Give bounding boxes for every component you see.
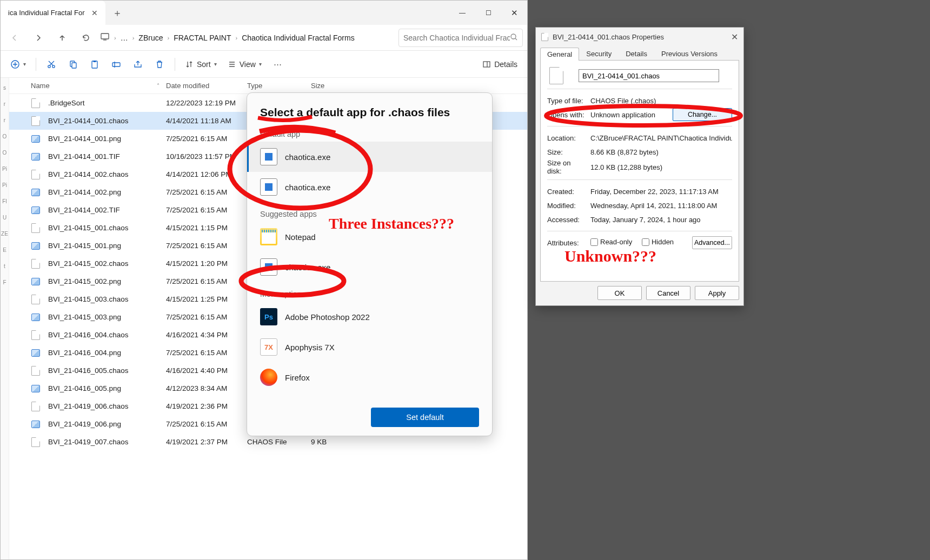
app-icon: [260, 178, 277, 196]
readonly-checkbox[interactable]: Read-only: [590, 238, 632, 246]
tab-general[interactable]: General: [540, 48, 579, 61]
search-box[interactable]: [398, 29, 523, 47]
search-input[interactable]: [403, 34, 510, 42]
toolbar: ▾ Sort▾ View▾ ⋯ Details: [1, 51, 527, 78]
diskspace-value: 12.0 KB (12,288 bytes): [590, 163, 732, 171]
app-firefox[interactable]: Firefox: [247, 362, 492, 392]
apply-button[interactable]: Apply: [695, 286, 739, 300]
col-name[interactable]: Name: [31, 82, 50, 90]
view-button[interactable]: View▾: [223, 55, 266, 74]
file-date: 4/15/2021 1:15 PM: [166, 224, 247, 232]
app-chaotica-1[interactable]: chaotica.exe: [247, 142, 492, 172]
column-headers[interactable]: Name ˄ Date modified Type Size: [9, 78, 527, 94]
more-button[interactable]: ⋯: [268, 55, 288, 74]
modified-value: Wednesday, April 14, 2021, 11:18:00 AM: [590, 202, 732, 210]
tab-security[interactable]: Security: [579, 47, 619, 60]
details-pane-button[interactable]: Details: [478, 55, 522, 74]
file-icon: [31, 366, 41, 376]
file-date: 7/25/2021 6:15 AM: [166, 313, 247, 321]
close-icon[interactable]: ✕: [731, 32, 738, 42]
rename-button[interactable]: [107, 55, 126, 74]
sort-label: Sort: [197, 60, 211, 69]
breadcrumbs[interactable]: ›…› ZBruce› FRACTAL PAINT› Chaotica Indi…: [100, 32, 394, 43]
new-button[interactable]: ▾: [6, 55, 30, 74]
hidden-checkbox[interactable]: Hidden: [642, 238, 674, 246]
tab-details[interactable]: Details: [619, 47, 654, 60]
cancel-button[interactable]: Cancel: [646, 286, 690, 300]
app-chaotica-2[interactable]: chaotica.exe: [247, 172, 492, 202]
file-icon: [31, 437, 41, 447]
delete-button[interactable]: [150, 55, 169, 74]
col-type[interactable]: Type: [247, 82, 311, 90]
file-date: 4/15/2021 1:25 PM: [166, 295, 247, 303]
dialog-titlebar[interactable]: BVI_21-0414_001.chaos Properties ✕: [536, 28, 743, 46]
file-name: BVI_21-0415_001.chaos: [48, 224, 129, 232]
minimize-button[interactable]: —: [449, 1, 475, 25]
share-button[interactable]: [128, 55, 148, 74]
filename-input[interactable]: [579, 69, 719, 82]
file-icon: [31, 98, 41, 108]
set-default-button[interactable]: Set default: [371, 408, 479, 427]
app-apophysis[interactable]: 7XApophysis 7X: [247, 332, 492, 362]
app-notepad[interactable]: Notepad: [247, 222, 492, 252]
close-window-button[interactable]: ✕: [501, 1, 527, 25]
col-date[interactable]: Date modified: [166, 82, 247, 90]
search-icon: [510, 33, 518, 43]
file-date: 7/25/2021 6:15 AM: [166, 349, 247, 357]
file-date: 4/16/2021 4:34 PM: [166, 331, 247, 339]
file-name: BVI_21-0415_003.chaos: [48, 295, 129, 303]
cut-button[interactable]: [42, 55, 61, 74]
apophysis-icon: 7X: [260, 338, 277, 356]
file-name: BVI_21-0415_003.png: [48, 313, 121, 321]
dialog-title: BVI_21-0414_001.chaos Properties: [553, 33, 664, 41]
svg-rect-6: [72, 63, 76, 68]
change-button[interactable]: Change...: [673, 108, 732, 121]
file-name: BVI_21-0416_004.chaos: [48, 331, 129, 339]
created-value: Friday, December 22, 2023, 11:17:13 AM: [590, 188, 732, 196]
file-name: BVI_21-0416_005.png: [48, 384, 121, 392]
app-photoshop[interactable]: PsAdobe Photoshop 2022: [247, 302, 492, 332]
sort-button[interactable]: Sort▾: [181, 55, 221, 74]
open-with-dialog: Select a default app for .chaos files De…: [247, 92, 493, 436]
forward-button[interactable]: [29, 28, 48, 48]
crumb[interactable]: FRACTAL PAINT: [174, 34, 231, 42]
maximize-button[interactable]: ☐: [475, 1, 501, 25]
file-size: 9 KB: [311, 438, 354, 446]
file-date: 7/25/2021 6:15 AM: [166, 206, 247, 214]
file-date: 7/25/2021 6:15 AM: [166, 242, 247, 250]
file-name: BVI_21-0414_001.png: [48, 135, 121, 143]
file-name: BVI_21-0414_002.png: [48, 188, 121, 196]
section-default: Default app: [247, 122, 492, 142]
refresh-button[interactable]: [76, 28, 96, 48]
app-icon: [260, 148, 277, 165]
crumb[interactable]: Chaotica Individual Fractal Forms: [242, 34, 355, 42]
type-value: CHAOS File (.chaos): [590, 97, 732, 105]
app-chaotica-3[interactable]: chaotica.exe: [247, 252, 492, 282]
new-tab-button[interactable]: ＋: [105, 1, 129, 25]
up-button[interactable]: [52, 28, 72, 48]
file-type: CHAOS File: [247, 438, 311, 446]
file-name: BVI_21-0415_002.png: [48, 277, 121, 285]
advanced-button[interactable]: Advanced...: [692, 236, 732, 249]
col-size[interactable]: Size: [311, 82, 354, 90]
file-icon: [31, 330, 41, 340]
png-icon: [31, 134, 41, 144]
file-name: BVI_21-0416_005.chaos: [48, 366, 129, 375]
ok-button[interactable]: OK: [597, 286, 642, 300]
file-date: 4/15/2021 1:20 PM: [166, 259, 247, 268]
crumb[interactable]: ZBruce: [138, 34, 163, 42]
file-icon: [31, 259, 41, 269]
explorer-tab[interactable]: ica Individual Fractal For ✕: [1, 1, 105, 25]
file-date: 10/16/2023 11:57 PM: [166, 152, 247, 161]
tab-prev-versions[interactable]: Previous Versions: [654, 47, 725, 60]
copy-button[interactable]: [63, 55, 83, 74]
tab-close-icon[interactable]: ✕: [91, 9, 98, 17]
png-icon: [31, 348, 41, 358]
png-icon: [31, 241, 41, 251]
file-date: 12/22/2023 12:19 PM: [166, 99, 247, 107]
paste-button[interactable]: [85, 55, 104, 74]
tif-icon: [31, 152, 41, 162]
file-name: BVI_21-0416_004.png: [48, 349, 121, 357]
section-suggested: Suggested apps: [247, 202, 492, 222]
back-button[interactable]: [5, 28, 24, 48]
